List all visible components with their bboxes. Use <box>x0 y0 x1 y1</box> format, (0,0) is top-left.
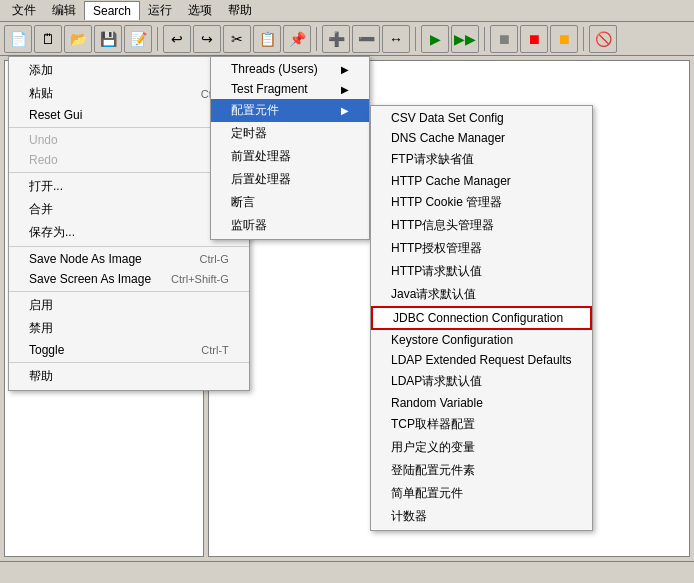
menu-file[interactable]: 文件 <box>4 0 44 21</box>
menu-toggle[interactable]: Toggle Ctrl-T <box>9 340 249 360</box>
menu-search[interactable]: Search <box>84 1 140 20</box>
fragment-arrow-icon: ▶ <box>341 84 349 95</box>
new-button[interactable]: 📄 <box>4 25 32 53</box>
menu-ldap-extended[interactable]: LDAP Extended Request Defaults <box>371 350 592 370</box>
sep3 <box>415 27 416 51</box>
config-arrow-icon: ▶ <box>341 105 349 116</box>
menu-http-cache[interactable]: HTTP Cache Manager <box>371 171 592 191</box>
clear-button[interactable]: 🚫 <box>589 25 617 53</box>
status-bar <box>0 561 694 583</box>
menu-save-node[interactable]: Save Node As Image Ctrl-G <box>9 249 249 269</box>
menu-help-item[interactable]: 帮助 <box>9 365 249 388</box>
menu-http-defaults[interactable]: HTTP请求默认值 <box>371 260 592 283</box>
menu-options[interactable]: 选项 <box>180 0 220 21</box>
toolbar: 📄 🗒 📂 💾 📝 ↩ ↪ ✂ 📋 📌 ➕ ➖ ↔ ▶ ▶▶ ⏹ ⏹ ⏹ 🚫 <box>0 22 694 56</box>
menu-bar: 文件 编辑 Search 运行 选项 帮助 <box>0 0 694 22</box>
menu-config-element[interactable]: 配置元件 ▶ <box>211 99 369 122</box>
menu-login-config[interactable]: 登陆配置元件素 <box>371 459 592 482</box>
toggle-button[interactable]: ↔ <box>382 25 410 53</box>
saveas-button[interactable]: 📝 <box>124 25 152 53</box>
menu-ldap-defaults[interactable]: LDAP请求默认值 <box>371 370 592 393</box>
menu-http-cookie[interactable]: HTTP Cookie 管理器 <box>371 191 592 214</box>
menu-listener[interactable]: 监听器 <box>211 214 369 237</box>
menu-csv[interactable]: CSV Data Set Config <box>371 108 592 128</box>
context-menu-level2[interactable]: Threads (Users) ▶ Test Fragment ▶ 配置元件 ▶… <box>210 56 370 240</box>
expand-button[interactable]: ➕ <box>322 25 350 53</box>
copy-button[interactable]: 📋 <box>253 25 281 53</box>
menu-threads[interactable]: Threads (Users) ▶ <box>211 59 369 79</box>
menu-timer[interactable]: 定时器 <box>211 122 369 145</box>
menu-ftp[interactable]: FTP请求缺省值 <box>371 148 592 171</box>
menu-edit[interactable]: 编辑 <box>44 0 84 21</box>
menu-assertion[interactable]: 断言 <box>211 191 369 214</box>
redo-button[interactable]: ↪ <box>193 25 221 53</box>
menu-http-auth[interactable]: HTTP授权管理器 <box>371 237 592 260</box>
menu-pre-processor[interactable]: 前置处理器 <box>211 145 369 168</box>
menu-run[interactable]: 运行 <box>140 0 180 21</box>
divider3 <box>9 246 249 247</box>
run-no-pause-button[interactable]: ▶▶ <box>451 25 479 53</box>
cut-button[interactable]: ✂ <box>223 25 251 53</box>
run-button[interactable]: ▶ <box>421 25 449 53</box>
menu-dns[interactable]: DNS Cache Manager <box>371 128 592 148</box>
menu-save-screen[interactable]: Save Screen As Image Ctrl+Shift-G <box>9 269 249 289</box>
sep2 <box>316 27 317 51</box>
menu-keystore[interactable]: Keystore Configuration <box>371 330 592 350</box>
save-button[interactable]: 💾 <box>94 25 122 53</box>
divider5 <box>9 362 249 363</box>
menu-counter[interactable]: 计数器 <box>371 505 592 528</box>
undo-button[interactable]: ↩ <box>163 25 191 53</box>
sep1 <box>157 27 158 51</box>
stop-now-button[interactable]: ⏹ <box>520 25 548 53</box>
sep5 <box>583 27 584 51</box>
open-button[interactable]: 📂 <box>64 25 92 53</box>
collapse-button[interactable]: ➖ <box>352 25 380 53</box>
menu-disable[interactable]: 禁用 <box>9 317 249 340</box>
templates-button[interactable]: 🗒 <box>34 25 62 53</box>
menu-simple-config[interactable]: 简单配置元件 <box>371 482 592 505</box>
remote-stop-button[interactable]: ⏹ <box>550 25 578 53</box>
menu-java-defaults[interactable]: Java请求默认值 <box>371 283 592 306</box>
menu-random-variable[interactable]: Random Variable <box>371 393 592 413</box>
menu-jdbc-config[interactable]: JDBC Connection Configuration <box>371 306 592 330</box>
menu-post-processor[interactable]: 后置处理器 <box>211 168 369 191</box>
menu-tcp-config[interactable]: TCP取样器配置 <box>371 413 592 436</box>
menu-http-header[interactable]: HTTP信息头管理器 <box>371 214 592 237</box>
sep4 <box>484 27 485 51</box>
menu-user-vars[interactable]: 用户定义的变量 <box>371 436 592 459</box>
menu-test-fragment[interactable]: Test Fragment ▶ <box>211 79 369 99</box>
menu-enable[interactable]: 启用 <box>9 294 249 317</box>
threads-arrow-icon: ▶ <box>341 64 349 75</box>
context-menu-level3[interactable]: CSV Data Set Config DNS Cache Manager FT… <box>370 105 593 531</box>
stop-button[interactable]: ⏹ <box>490 25 518 53</box>
paste-button[interactable]: 📌 <box>283 25 311 53</box>
menu-help[interactable]: 帮助 <box>220 0 260 21</box>
divider4 <box>9 291 249 292</box>
